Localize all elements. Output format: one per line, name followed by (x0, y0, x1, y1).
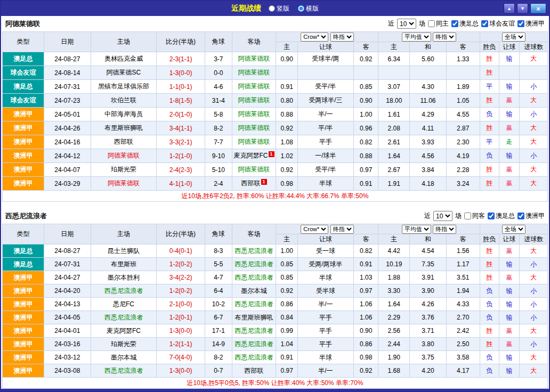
score-cell[interactable]: 7-0(4-0) (157, 351, 205, 364)
team-name-link[interactable]: 昆士兰狮队 (108, 247, 140, 255)
team-name-link[interactable]: 西悉尼流浪者 (104, 287, 143, 295)
odds-stage-select[interactable]: 终指 (330, 32, 354, 42)
team-name-link[interactable]: 阿德莱德联 (238, 138, 270, 145)
odds-home-cell: 1.00 (276, 244, 297, 258)
league-filter-checkbox[interactable]: 球会友谊 (481, 19, 515, 28)
layout-radio-vertical[interactable]: 竖版 (269, 4, 289, 13)
fulltime-select[interactable]: 全场 (502, 225, 525, 234)
team-name-link[interactable]: 中部海岸海员 (104, 110, 143, 118)
layout-radio-input[interactable] (298, 5, 304, 12)
score-cell[interactable]: 2-3(1-1) (157, 52, 205, 66)
team-name-link[interactable]: 黑镇市足球俱乐部 (98, 83, 149, 90)
match-count-select[interactable]: 10 (397, 19, 416, 29)
odds-handicap-cell: 平手 (297, 324, 353, 338)
team-name-link[interactable]: 阿德莱德联 (108, 152, 140, 159)
score-cell[interactable]: 4-1(1-0) (157, 177, 205, 191)
team-name-link[interactable]: 西部联 (241, 179, 261, 187)
team-name-link[interactable]: 阿德莱德SC (107, 69, 141, 76)
score-cell[interactable]: 1-3(0-0) (157, 364, 205, 378)
team-name-link[interactable]: 阿德莱德联 (238, 166, 270, 173)
score-cell[interactable]: 1-8(1-5) (157, 94, 205, 108)
score-cell[interactable]: 1-1(0-1) (157, 80, 205, 94)
team-name-link[interactable]: 阿德莱德联 (238, 55, 270, 62)
team-name-link[interactable]: 布里斯班 (111, 260, 136, 268)
team-name-link[interactable]: 西悉尼流浪者 (235, 247, 273, 255)
league-filter-checkbox[interactable]: 澳洲甲 (517, 211, 545, 220)
team-name-link[interactable]: 阿德莱德联 (238, 124, 270, 132)
league-filter-checkbox-input[interactable] (517, 213, 524, 219)
league-filter-checkbox-input[interactable] (481, 20, 488, 27)
close-button[interactable]: × (530, 3, 546, 14)
score-cell[interactable]: 1-2(0-2) (157, 284, 205, 298)
league-filter-checkbox[interactable]: 澳足总 (451, 19, 479, 28)
odds-handicap-cell: 受平/半 (297, 80, 353, 94)
score-cell[interactable]: 2-4(2-3) (157, 163, 205, 177)
same-venue-checkbox[interactable]: 同客 (464, 211, 485, 220)
league-filter-checkbox-input[interactable] (488, 213, 495, 219)
score-cell[interactable]: 0-4(0-1) (157, 244, 205, 258)
team-name-link[interactable]: 西悉尼流浪者 (104, 314, 143, 321)
average-select[interactable]: 平均值 (402, 225, 431, 234)
team-name-link[interactable]: 西悉尼流浪者 (235, 274, 273, 281)
score-cell[interactable]: 1-2(0-2) (157, 258, 205, 271)
team-name-link[interactable]: 坎伯兰联 (111, 96, 136, 104)
team-name-link[interactable]: 西部联 (114, 138, 133, 145)
team-name-link[interactable]: 西部联 (245, 367, 264, 374)
layout-radio-input[interactable] (269, 5, 275, 12)
score-cell[interactable]: 3-4(2-2) (157, 271, 205, 284)
league-filter-checkbox-input[interactable] (517, 20, 524, 27)
team-name-link[interactable]: 阿德莱德联 (108, 179, 140, 187)
team-name-link[interactable]: 西悉尼流浪者 (235, 327, 273, 334)
league-filter-checkbox[interactable]: 澳洲甲 (517, 19, 545, 28)
avg-away-cell: 3.24 (446, 177, 480, 191)
score-cell[interactable]: 1-2(0-1) (157, 311, 205, 324)
team-name-link[interactable]: 悉尼FC (113, 300, 134, 308)
score-cell[interactable]: 3-4(1-1) (157, 121, 205, 135)
same-venue-checkbox-input[interactable] (428, 20, 435, 27)
score-cell[interactable]: 1-3(0-0) (157, 66, 205, 80)
score-cell[interactable]: 3-3(2-1) (157, 135, 205, 149)
team-name-link[interactable]: 麦克阿瑟FC (107, 327, 141, 334)
team-name-link[interactable]: 奥林匹克金威 (104, 55, 143, 62)
team-name-link[interactable]: 阿德莱德联 (238, 83, 270, 90)
same-venue-checkbox[interactable]: 同主 (428, 19, 449, 28)
fulltime-select[interactable]: 全场 (502, 32, 525, 42)
score-cell[interactable]: 1-2(1-0) (157, 149, 205, 163)
team-name-link[interactable]: 布里斯班狮吼 (235, 314, 273, 321)
score-cell[interactable]: 2-1(0-0) (157, 298, 205, 311)
team-name-link[interactable]: 墨尔本城 (111, 354, 136, 361)
team-name-link[interactable]: 麦克阿瑟FC (234, 152, 268, 159)
team-name-link[interactable]: 布里斯班狮吼 (104, 124, 143, 132)
team-name-link[interactable]: 珀斯光荣 (111, 166, 136, 173)
same-venue-checkbox-input[interactable] (464, 213, 471, 219)
average-stage-select[interactable]: 终指 (433, 225, 456, 234)
bookmaker-select[interactable]: Crow* (301, 225, 328, 234)
odds-stage-select[interactable]: 终指 (330, 225, 354, 234)
team-name-link[interactable]: 阿德莱德联 (238, 96, 270, 104)
scroll-up-button[interactable]: ▲ (504, 3, 515, 14)
away-team-cell: 西悉尼流浪者 (232, 271, 276, 284)
league-filter-checkbox-input[interactable] (451, 20, 458, 27)
team-name-link[interactable]: 阿德莱德联 (238, 69, 270, 76)
col-avg-away: 客 (446, 42, 480, 52)
team-name-link[interactable]: 珀斯光荣 (111, 340, 136, 348)
team-name-link[interactable]: 西悉尼流浪者 (235, 354, 273, 361)
team-name-link[interactable]: 墨尔本胜利 (108, 274, 140, 281)
score-cell[interactable]: 2-0(1-0) (157, 108, 205, 121)
score-cell[interactable]: 1-3(0-0) (157, 324, 205, 338)
team-name-link[interactable]: 西悉尼流浪者 (235, 300, 273, 308)
layout-radio-horizontal[interactable]: 横版 (298, 4, 319, 13)
average-stage-select[interactable]: 终指 (433, 32, 456, 42)
score-cell[interactable]: 1-2(1-1) (157, 338, 205, 351)
match-count-select[interactable]: 10 (433, 211, 452, 221)
team-name-link[interactable]: 墨尔本城 (241, 287, 267, 295)
average-select[interactable]: 平均值 (402, 32, 431, 42)
bookmaker-select[interactable]: Crow* (301, 32, 328, 42)
team-name-link[interactable]: 西悉尼流浪者 (235, 340, 273, 348)
team-name-link[interactable]: 阿德莱德联 (238, 110, 270, 118)
home-team-cell: 西部联 (91, 135, 156, 149)
team-name-link[interactable]: 西悉尼流浪者 (235, 260, 273, 268)
league-filter-checkbox[interactable]: 澳足总 (488, 211, 515, 220)
scroll-down-button[interactable]: ▼ (517, 3, 528, 14)
team-name-link[interactable]: 西悉尼流浪者 (104, 367, 143, 374)
